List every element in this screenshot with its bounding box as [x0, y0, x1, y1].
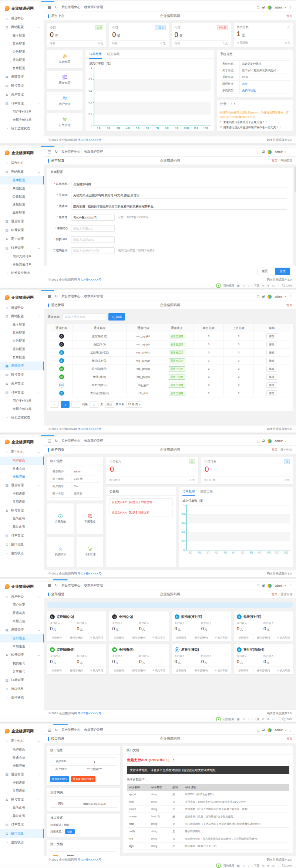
sidebar-item-account-manage[interactable]: ♟账号管理▲ — [0, 795, 44, 804]
sidebar-item-channel-manage[interactable]: ▦通道管理 — [0, 217, 44, 226]
sidebar-item-order-manage[interactable]: ▥订单管理▲ — [0, 388, 44, 397]
sidebar-item-channel-manage[interactable]: ▦通道管理▲ — [0, 625, 44, 634]
sidebar-item-site-config[interactable]: ⚙网站配置▲ — [0, 23, 44, 32]
sidebar-item-site-config[interactable]: ⚙网站配置▲ — [0, 312, 44, 321]
more-icon[interactable]: ⋮ — [289, 729, 293, 732]
play-icon[interactable] — [216, 864, 221, 868]
capture-icon[interactable]: ▣ — [237, 718, 240, 721]
sidebar-item-merchant-center[interactable]: ⌂商户中心▲ — [0, 448, 44, 457]
user-menu[interactable]: admin▼ — [275, 150, 286, 154]
sidebar-item-other-config[interactable]: 其他配置 — [0, 40, 44, 48]
fullscreen-icon[interactable]: ▢ — [256, 6, 259, 9]
edit-button[interactable]: 修改 — [266, 390, 277, 396]
more-icon[interactable]: ⋮ — [289, 440, 293, 443]
shortcut-channel-setup[interactable]: 通道配置 — [47, 71, 83, 89]
sidebar-item-balance-recharge[interactable]: 余额充值 — [0, 762, 44, 770]
sidebar-item-abnormal-accounts[interactable]: 异常账号 — [0, 523, 44, 531]
refresh-icon[interactable]: ↻ — [55, 150, 58, 154]
input-service-qq[interactable] — [71, 225, 115, 232]
input-icp-number[interactable] — [71, 214, 115, 221]
input-description[interactable] — [71, 203, 287, 210]
add-account-link[interactable]: 添加账号 — [172, 667, 191, 674]
sidebar-item-monitor-status[interactable]: ◔监控状态 — [0, 549, 44, 558]
sidebar-item-common-channels[interactable]: 常用通道 — [0, 787, 44, 795]
user-menu[interactable]: admin▼ — [275, 295, 286, 298]
zoom-level[interactable]: 100% — [282, 864, 292, 867]
manage-accounts-link[interactable]: 账号管理(0) — [191, 667, 211, 674]
sidebar-item-basic-config[interactable]: 基本配置 — [0, 321, 44, 329]
sidebar-item-order-manage[interactable]: ▥订单管理 — [0, 820, 44, 829]
manage-accounts-link[interactable]: 账号管理(0) — [129, 667, 149, 674]
fullscreen-icon[interactable]: ▢ — [256, 584, 259, 587]
refresh-icon[interactable]: ↻ — [55, 728, 58, 732]
shortcut-balance-recharge[interactable]: ¥余额充值 — [47, 503, 74, 534]
emoji-icon[interactable]: ☺ — [242, 864, 245, 867]
nav-merchant-manage[interactable]: 收款商户管理 — [84, 150, 103, 154]
lock-icon[interactable] — [262, 295, 265, 298]
sidebar-item-account-manage[interactable]: ▤账号管理 — [0, 81, 44, 90]
refresh-icon[interactable]: ↻ — [55, 584, 58, 587]
emoji-icon[interactable]: ☺ — [242, 284, 245, 287]
shortcut-common-channels[interactable]: 常用通道 — [77, 503, 103, 534]
shortcut-merchant-manage[interactable]: 商户管理 — [47, 92, 83, 110]
sidebar-item-basic-config[interactable]: 基本配置 — [0, 32, 44, 40]
shortcut-basic-setup[interactable]: 基础配置 — [47, 50, 83, 68]
manage-accounts-link[interactable]: 账号管理(0) — [67, 634, 87, 641]
lock-icon[interactable] — [262, 150, 265, 154]
chart-tab-order-count[interactable]: 订单数量 — [182, 489, 195, 496]
add-account-link[interactable]: 添加账号 — [234, 634, 253, 641]
plus-icon[interactable]: ⊕ — [267, 284, 270, 287]
minus-icon[interactable]: ⊖ — [262, 718, 265, 721]
sidebar-item-notice-config[interactable]: 公告配置 — [0, 193, 44, 201]
sidebar-item-merchant-center[interactable]: ⌂商户中心▲ — [0, 737, 44, 746]
edit-button[interactable]: 修改 — [266, 333, 277, 339]
my-videos-label[interactable]: 我的视频 — [223, 718, 234, 721]
set-common-link[interactable]: 设为常用 — [149, 634, 169, 641]
chart-tab-amount[interactable]: 成交金额 — [107, 52, 120, 58]
audio-icon[interactable]: ♪ — [248, 284, 249, 287]
my-videos-label[interactable]: 我的视频 — [223, 864, 234, 868]
sidebar-item-notify-config[interactable]: 通知配置 — [0, 201, 44, 209]
set-common-link[interactable]: 设为常用 — [273, 634, 293, 641]
user-menu[interactable]: admin▼ — [275, 6, 286, 9]
submit-button[interactable]: 提交 — [275, 268, 290, 275]
nav-admin-center[interactable]: 后台管理中心 — [61, 583, 80, 588]
sidebar-item-account-manage[interactable]: ♟账号管理▲ — [0, 651, 44, 660]
input-site-name[interactable] — [71, 181, 287, 187]
sidebar-item-all-channels[interactable]: 全部通道 — [0, 779, 44, 787]
sidebar-item-open-vip[interactable]: 开通会员 — [0, 754, 44, 762]
sidebar-item-order-manage[interactable]: ▥订单管理 — [0, 531, 44, 540]
breadcrumb-home[interactable]: 首页 — [286, 737, 292, 741]
sidebar-item-monitor-status[interactable]: ◔站长监控状态 — [0, 269, 44, 278]
download-button[interactable]: ↓下载 — [252, 284, 259, 288]
minus-icon[interactable]: ⊖ — [262, 864, 265, 867]
icp-link[interactable]: 粤ICP备XXXXX号 — [78, 572, 101, 576]
sidebar-item-open-vip[interactable]: 开通会员 — [0, 609, 44, 617]
sidebar-item-admin-center[interactable]: ⌂后台中心 — [0, 159, 44, 167]
more-icon[interactable]: ⋮ — [289, 150, 293, 154]
show-key-button[interactable]: 显示商户KEY — [50, 776, 69, 782]
sidebar-item-balance-recharge[interactable]: 余额充值 — [0, 617, 44, 625]
download-button[interactable]: ↓下载 — [252, 864, 259, 868]
sidebar-item-package-config[interactable]: 套餐配置 — [0, 64, 44, 72]
sidebar-item-admin-center[interactable]: ⌂后台中心 — [0, 303, 44, 312]
add-account-link[interactable]: 添加账号 — [234, 667, 253, 674]
breadcrumb-home[interactable]: 首页 — [272, 159, 278, 163]
refresh-icon[interactable]: ↻ — [55, 6, 58, 9]
capture-icon[interactable]: ▣ — [237, 284, 240, 287]
api-doc-link[interactable]: 发起支付API【默认】对接文档 — [109, 509, 173, 516]
more-icon[interactable]: ⋮ — [289, 295, 293, 298]
sidebar-item-merchant-manage[interactable]: ♟商户管理 — [0, 379, 44, 388]
sidebar-item-order-manage[interactable]: ▥订单管理▲ — [0, 244, 44, 252]
sysinfo-value[interactable]: 未央 — [240, 81, 290, 87]
user-menu[interactable]: admin▼ — [275, 439, 286, 443]
fullscreen-icon[interactable]: ▢ — [256, 440, 259, 443]
sidebar-item-my-accounts[interactable]: 我的账号 — [0, 660, 44, 668]
sidebar-item-balance-recharge[interactable]: 余额充值 — [0, 473, 44, 481]
more-icon[interactable]: ⋮ — [289, 6, 293, 9]
menu-toggle-icon[interactable] — [48, 3, 51, 11]
set-common-link[interactable]: 设为常用 — [87, 667, 107, 674]
lock-icon[interactable] — [262, 440, 265, 443]
fullscreen-icon[interactable]: ▢ — [256, 729, 259, 732]
window-icon[interactable]: ▭ — [272, 718, 275, 721]
